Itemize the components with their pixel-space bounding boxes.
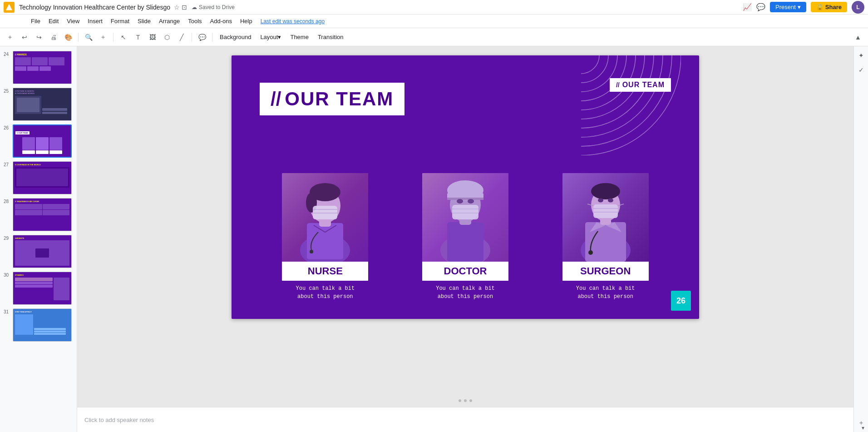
slide-thumb-28[interactable]: 28 // TREATMENTS WE COVER: [2, 197, 75, 232]
slide-number-25: 25: [4, 88, 13, 94]
add-icon[interactable]: ＋: [856, 417, 867, 428]
page-number: 26: [671, 291, 691, 311]
collapse-panel-button[interactable]: ▲: [852, 31, 864, 44]
svg-rect-6: [313, 206, 337, 219]
surgeon-photo: [562, 173, 649, 262]
select-tool[interactable]: ↖: [117, 31, 130, 44]
slide-preview-28: // TREATMENTS WE COVER: [13, 198, 72, 231]
svg-point-32: [588, 250, 593, 255]
menu-arrange[interactable]: Arrange: [155, 17, 183, 25]
slide-thumb-24[interactable]: 24 // AWARDS: [2, 50, 75, 85]
speaker-notes[interactable]: Click to add speaker notes: [77, 407, 853, 432]
surgeon-name-box: SURGEON: [562, 262, 649, 281]
slide-number-31: 31: [4, 308, 13, 314]
menu-file[interactable]: File: [27, 17, 44, 25]
folder-icon[interactable]: ⊡: [182, 4, 187, 11]
doctor-role: DOCTOR: [444, 265, 487, 277]
separator-2: [113, 33, 113, 42]
avatar[interactable]: L: [852, 1, 864, 14]
slide-thumb-25[interactable]: 25 // PICTURE IS WORTH A THOUSAND WORDS: [2, 87, 75, 122]
nurse-placeholder: [282, 173, 368, 262]
slide-number-28: 28: [4, 198, 13, 204]
doctor-placeholder: [422, 173, 508, 262]
nurse-role: NURSE: [308, 265, 343, 277]
chart-icon[interactable]: 📈: [743, 3, 752, 11]
slide-preview-26: // OUR TEAM: [13, 124, 72, 158]
add-slide-button[interactable]: ＋: [4, 31, 16, 44]
main-layout: 24 // AWARDS 2: [0, 46, 868, 432]
surgeon-figure: [562, 173, 649, 262]
decorative-arcs: [581, 55, 681, 155]
slide-preview-27: // COVERAGE IN THE WORLD: [13, 161, 72, 194]
slide-title-box[interactable]: // OUR TEAM: [260, 83, 404, 115]
svg-point-33: [598, 199, 603, 203]
transition-button[interactable]: Transition: [314, 32, 347, 42]
separator-3: [192, 33, 192, 42]
svg-point-20: [457, 199, 463, 204]
nurse-name-box: NURSE: [282, 262, 368, 281]
line-tool[interactable]: ╱: [175, 31, 188, 44]
zoom-out-button[interactable]: 🔍: [82, 31, 95, 44]
team-member-surgeon: SURGEON You can talk a bitabout this per…: [540, 173, 671, 301]
slide-preview-25: // PICTURE IS WORTH A THOUSAND WORDS: [13, 88, 72, 121]
theme-button[interactable]: Theme: [286, 32, 312, 42]
share-button[interactable]: 🔒 Share: [811, 2, 847, 12]
explore-icon[interactable]: ✦: [856, 50, 867, 61]
last-edit[interactable]: Last edit was seconds ago: [261, 18, 325, 25]
surgeon-role: SURGEON: [580, 265, 631, 277]
svg-rect-27: [593, 204, 618, 218]
slide-thumb-31[interactable]: 31 //TRY THIS EFFECT: [2, 308, 75, 343]
scroll-to-bottom[interactable]: ▾: [862, 425, 864, 431]
menu-view[interactable]: View: [63, 17, 83, 25]
svg-point-34: [608, 199, 613, 203]
present-button[interactable]: Present ▾: [770, 2, 806, 12]
comment-tool[interactable]: 💬: [196, 31, 208, 44]
separator-4: [212, 33, 212, 42]
slide-title: OUR TEAM: [285, 88, 394, 110]
nurse-figure: [282, 173, 368, 262]
menu-tools[interactable]: Tools: [184, 17, 205, 25]
redo-button[interactable]: ↪: [33, 31, 45, 44]
layout-button[interactable]: Layout▾: [256, 32, 285, 42]
menu-bar: File Edit View Insert Format Slide Arran…: [0, 15, 868, 28]
slide-thumb-30[interactable]: 30 //THANKS: [2, 271, 75, 306]
menu-addons[interactable]: Add-ons: [207, 17, 236, 25]
slide-preview-29: //WEBSITE: [13, 235, 72, 268]
menu-insert[interactable]: Insert: [84, 17, 106, 25]
star-icon[interactable]: ☆: [174, 4, 180, 11]
svg-rect-17: [452, 205, 478, 219]
svg-rect-11: [447, 222, 483, 262]
paint-format-button[interactable]: 🎨: [62, 31, 74, 44]
menu-edit[interactable]: Edit: [45, 17, 62, 25]
shape-tool[interactable]: ⬡: [161, 31, 173, 44]
check-icon[interactable]: ✓: [856, 65, 867, 75]
svg-point-9: [310, 250, 313, 253]
image-tool[interactable]: 🖼: [146, 31, 159, 44]
slide-thumb-27[interactable]: 27 // COVERAGE IN THE WORLD: [2, 160, 75, 195]
separator-1: [78, 33, 79, 42]
canvas-area: // OUR TEAM // OUR TEAM: [77, 46, 853, 432]
top-right-label-text: OUR TEAM: [622, 81, 665, 89]
undo-button[interactable]: ↩: [18, 31, 31, 44]
menu-format[interactable]: Format: [107, 17, 133, 25]
slide-thumb-29[interactable]: 29 //WEBSITE: [2, 234, 75, 269]
print-button[interactable]: 🖨: [47, 31, 60, 44]
doctor-name-box: DOCTOR: [422, 262, 508, 281]
slide-canvas[interactable]: // OUR TEAM // OUR TEAM: [232, 55, 699, 319]
canvas-scroll[interactable]: // OUR TEAM // OUR TEAM: [77, 46, 853, 394]
doctor-figure: [422, 173, 508, 262]
doc-title: Technology Innovation Healthcare Center …: [19, 4, 170, 11]
zoom-in-button[interactable]: ＋: [97, 31, 109, 44]
menu-slide[interactable]: Slide: [134, 17, 154, 25]
chevron-down-icon: ▾: [798, 4, 801, 10]
svg-point-21: [468, 199, 474, 204]
background-button[interactable]: Background: [216, 32, 255, 42]
team-member-nurse: NURSE You can talk a bitabout this perso…: [260, 173, 391, 301]
app-logo[interactable]: [4, 2, 15, 13]
comment-icon[interactable]: 💬: [756, 3, 765, 11]
saved-status: ☁ Saved to Drive: [192, 4, 235, 10]
slide-thumb-26[interactable]: 26 // OUR TEAM: [2, 124, 75, 159]
top-right-team-label: // OUR TEAM: [610, 78, 671, 92]
menu-help[interactable]: Help: [237, 17, 256, 25]
text-tool[interactable]: T: [132, 31, 144, 44]
